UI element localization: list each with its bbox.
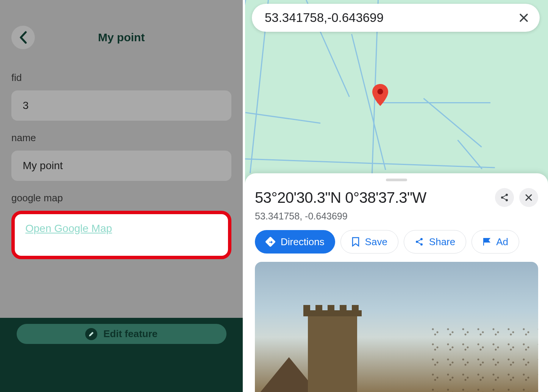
page-title: My point — [0, 31, 243, 44]
photo-crenel — [328, 305, 334, 310]
photo-tower-top — [303, 310, 362, 316]
pencil-icon — [88, 331, 94, 337]
open-google-map-link[interactable]: Open Google Map — [25, 222, 112, 234]
directions-icon — [265, 237, 275, 247]
add-label: Ad — [496, 236, 508, 248]
map-search-bar[interactable]: 53.341758,-0.643699 — [252, 4, 540, 32]
add-button[interactable]: Ad — [471, 230, 519, 254]
pencil-icon-circle — [85, 328, 97, 340]
save-button[interactable]: Save — [340, 230, 398, 254]
edit-feature-button[interactable]: Edit feature — [17, 324, 226, 344]
map-search-value: 53.341758,-0.643699 — [265, 11, 516, 25]
photo-crenel — [352, 305, 359, 310]
bookmark-icon — [351, 237, 360, 247]
action-chip-row: Directions Save Share Ad — [245, 222, 548, 262]
photo-crenel — [303, 305, 310, 310]
name-label: name — [11, 132, 231, 144]
edit-feature-label: Edit feature — [103, 328, 158, 340]
close-icon — [518, 12, 529, 23]
back-button[interactable] — [11, 26, 35, 49]
flag-icon — [482, 237, 491, 246]
google-maps-panel: 53.341758,-0.643699 53°20'30.3"N 0°38'37… — [245, 0, 548, 392]
photo-crenel — [340, 305, 347, 310]
directions-button[interactable]: Directions — [255, 230, 335, 254]
feature-form-panel: My point fid 3 name My point google map … — [0, 0, 243, 392]
gmap-label: google map — [11, 192, 231, 204]
share-label: Share — [429, 236, 455, 248]
share-icon — [500, 193, 509, 202]
fid-label: fid — [11, 72, 231, 84]
bottom-bar: Edit feature — [0, 318, 243, 392]
close-icon — [525, 193, 533, 202]
sheet-header: 53°20'30.3"N 0°38'37.3"W — [245, 188, 548, 207]
svg-point-2 — [506, 194, 508, 196]
svg-point-3 — [506, 199, 508, 201]
gmap-highlight-box: Open Google Map — [11, 211, 231, 259]
coords-title: 53°20'30.3"N 0°38'37.3"W — [255, 189, 490, 206]
svg-point-6 — [420, 238, 423, 240]
location-sheet[interactable]: 53°20'30.3"N 0°38'37.3"W 53.341758, -0.6… — [245, 173, 548, 392]
share-button[interactable]: Share — [404, 230, 466, 254]
svg-point-1 — [501, 196, 503, 199]
form-area: fid 3 name My point google map Open Goog… — [0, 61, 243, 259]
svg-point-0 — [378, 89, 383, 95]
svg-point-7 — [420, 243, 423, 246]
map-pin-icon — [372, 84, 388, 106]
photo-branches — [428, 323, 538, 392]
chevron-left-icon — [19, 31, 27, 44]
photo-crenel — [315, 305, 322, 310]
save-label: Save — [365, 236, 387, 248]
share-icon — [415, 237, 424, 246]
name-field[interactable]: My point — [11, 151, 231, 181]
share-top-button[interactable] — [495, 188, 514, 207]
coords-subtitle: 53.341758, -0.643699 — [245, 207, 548, 222]
clear-search-button[interactable] — [516, 10, 531, 25]
photo-tower-shape — [308, 316, 357, 392]
drag-handle[interactable] — [386, 179, 407, 181]
close-sheet-button[interactable] — [519, 188, 538, 207]
directions-label: Directions — [281, 236, 325, 248]
location-photo[interactable] — [255, 262, 538, 392]
svg-point-5 — [416, 241, 418, 243]
fid-field[interactable]: 3 — [11, 90, 231, 121]
header: My point — [0, 0, 243, 61]
